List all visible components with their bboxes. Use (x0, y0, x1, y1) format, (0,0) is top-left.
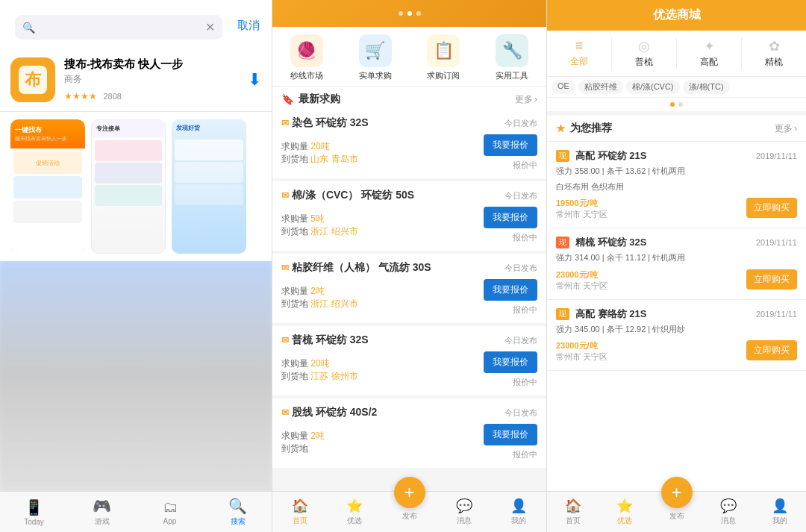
report-btn-2[interactable]: 我要报价 (484, 207, 537, 228)
screenshot-2: 专注接单 (91, 119, 166, 254)
purchase-icon: 📋 (427, 34, 460, 67)
slider-dots (547, 98, 806, 111)
right-publish-label: 发布 (669, 511, 684, 522)
games-icon: 🎮 (93, 497, 111, 515)
mail-icon-3: ✉ (281, 263, 289, 273)
product-badge-1: 现 (556, 150, 569, 162)
mid-home-icon: 🏠 (292, 498, 308, 514)
purchase-date-3: 今日发布 (504, 263, 537, 274)
report-btn-5[interactable]: 我要报价 (484, 424, 537, 445)
app-title: 搜布-找布卖布 快人一步 (64, 57, 248, 72)
recommend-section: ★ 为您推荐 更多 › 现 高配 环锭纺 21S 2019/11/11 强力 3… (547, 116, 806, 491)
qty-label-2: 求购量 (281, 213, 308, 224)
product-card-2: 现 精梳 环锭纺 32S 2019/11/11 强力 314.00 | 余干 1… (547, 228, 806, 300)
app-info: 布 搜布-找布卖布 快人一步 商务 ★★★★ 2808 ⬇ (0, 48, 272, 112)
cat-purchase-subscribe[interactable]: 📋 求购订阅 (427, 34, 460, 81)
clear-button[interactable]: ✕ (205, 20, 215, 34)
search-bar: 🔍 搜布 ✕ (15, 15, 222, 40)
product-badge-2: 现 (556, 237, 569, 248)
filter-jingshu-label: 精梳 (765, 56, 783, 69)
product-spec-1: 强力 358.00 | 条干 13.62 | 针机两用 (556, 165, 797, 178)
product-name-1: 高配 环锭纺 21S (575, 149, 646, 163)
filter-row-1: ≡ 全部 ◎ 普梳 ✦ 高配 ✿ 精梳 (547, 31, 806, 77)
cat-order-label: 实单求购 (359, 70, 392, 81)
filter-tag-viscose[interactable]: 粘胶纤维 (578, 80, 623, 94)
dot-3 (416, 11, 421, 16)
more-link[interactable]: 更多 › (515, 93, 537, 106)
middle-panel: 🧶 纱线市场 🛒 实单求购 📋 求购订阅 🔧 实用工具 🔖 最新求购 更多 › (272, 0, 547, 532)
download-button[interactable]: ⬇ (248, 70, 261, 90)
qty-value-4: 20吨 (310, 358, 329, 369)
nav-games-label: 游戏 (95, 516, 110, 527)
nav-games[interactable]: 🎮 游戏 (68, 492, 136, 532)
cat-tools[interactable]: 🔧 实用工具 (496, 34, 528, 81)
product-price-value-3: 23000 (556, 341, 579, 350)
publish-fab[interactable]: + (394, 477, 425, 508)
buy-btn-3[interactable]: 立即购买 (746, 340, 797, 360)
cancel-button[interactable]: 取消 (231, 19, 266, 33)
buy-btn-2[interactable]: 立即购买 (746, 269, 797, 290)
mid-nav-messages[interactable]: 💬 消息 (437, 492, 491, 532)
qty-label-5: 求购量 (281, 431, 308, 441)
mid-featured-icon: ⭐ (346, 498, 363, 514)
mail-icon-5: ✉ (281, 407, 289, 418)
mid-publish-label: 发布 (402, 511, 417, 522)
mail-icon-2: ✉ (281, 190, 289, 201)
report-btn-3[interactable]: 我要报价 (484, 279, 537, 301)
mid-nav-home[interactable]: 🏠 首页 (272, 492, 327, 532)
screenshots-row: 一键找布 搜布找布卖布快人一步 促销活动 专注接单 (0, 112, 272, 261)
loc-value-2: 浙江 绍兴市 (310, 226, 357, 237)
nav-app[interactable]: 🗂 App (136, 492, 204, 532)
right-home-label: 首页 (566, 516, 581, 526)
recommend-more-chevron: › (794, 123, 797, 134)
buy-btn-1[interactable]: 立即购买 (746, 198, 797, 218)
filter-pushu-icon: ◎ (638, 38, 650, 54)
dot-1 (399, 11, 403, 16)
right-featured-icon: ⭐ (616, 498, 633, 514)
cat-yarn-market[interactable]: 🧶 纱线市场 (290, 34, 323, 81)
report-btn-4[interactable]: 我要报价 (484, 351, 537, 373)
nav-search[interactable]: 🔍 搜索 (204, 492, 272, 532)
qty-value-2: 5吨 (310, 213, 325, 224)
right-nav-featured[interactable]: ⭐ 优选 (599, 492, 650, 532)
right-bottom-nav: 🏠 首页 ⭐ 优选 + 发布 💬 消息 👤 我的 (547, 491, 806, 532)
nav-today[interactable]: 📱 Today (0, 492, 68, 532)
right-nav-profile[interactable]: 👤 我的 (755, 492, 806, 532)
product-card-3: 现 高配 赛络纺 21S 2019/11/11 强力 345.00 | 条干 1… (547, 300, 806, 372)
right-publish-fab[interactable]: + (661, 477, 693, 508)
right-nav-home[interactable]: 🏠 首页 (547, 492, 599, 532)
mid-nav-publish[interactable]: + 发布 (382, 492, 437, 532)
purchase-date-1: 今日发布 (504, 118, 537, 129)
right-home-icon: 🏠 (565, 498, 581, 514)
purchase-title-1: 染色 环锭纺 32S (292, 116, 369, 130)
qty-value-3: 2吨 (310, 286, 325, 296)
filter-gaopei[interactable]: ✦ 高配 (677, 35, 741, 72)
category-nav: 🧶 纱线市场 🛒 实单求购 📋 求购订阅 🔧 实用工具 (272, 27, 546, 87)
right-nav-messages[interactable]: 💬 消息 (702, 492, 754, 532)
filter-jingshu[interactable]: ✿ 精梳 (742, 35, 806, 72)
mid-nav-profile[interactable]: 👤 我的 (492, 492, 546, 532)
cat-real-order[interactable]: 🛒 实单求购 (359, 34, 392, 81)
recommend-more-link[interactable]: 更多 › (775, 122, 797, 135)
mail-icon-1: ✉ (281, 118, 289, 128)
filter-tag-cvc[interactable]: 棉/涤(CVC) (626, 80, 680, 94)
mid-featured-label: 优选 (347, 516, 362, 526)
filter-pushu[interactable]: ◎ 普梳 (612, 35, 676, 72)
cat-yarn-label: 纱线市场 (290, 70, 323, 81)
report-btn-1[interactable]: 我要报价 (484, 134, 537, 156)
section-icon: 🔖 (281, 93, 294, 105)
purchases-section-header: 🔖 最新求购 更多 › (272, 87, 546, 109)
middle-banner (272, 0, 546, 27)
purchase-item-3: ✉ 粘胶纤维（人棉） 气流纺 30S 今日发布 求购量 2吨 到货地 浙江 绍兴… (272, 254, 546, 323)
search-input[interactable]: 搜布 (40, 21, 201, 34)
loc-label-5: 到货地 (281, 443, 308, 454)
screenshot-1: 一键找布 搜布找布卖布快人一步 促销活动 (10, 119, 85, 254)
right-nav-publish[interactable]: + 发布 (651, 492, 702, 532)
filter-tag-oe[interactable]: OE (552, 80, 575, 94)
filter-tag-tc[interactable]: 涤/棉(TC) (683, 80, 730, 94)
banner-dots (399, 11, 421, 16)
filter-all[interactable]: ≡ 全部 (547, 35, 611, 72)
yarn-icon: 🧶 (290, 34, 323, 67)
mid-nav-featured[interactable]: ⭐ 优选 (327, 492, 381, 532)
nav-search-label: 搜索 (231, 516, 246, 527)
